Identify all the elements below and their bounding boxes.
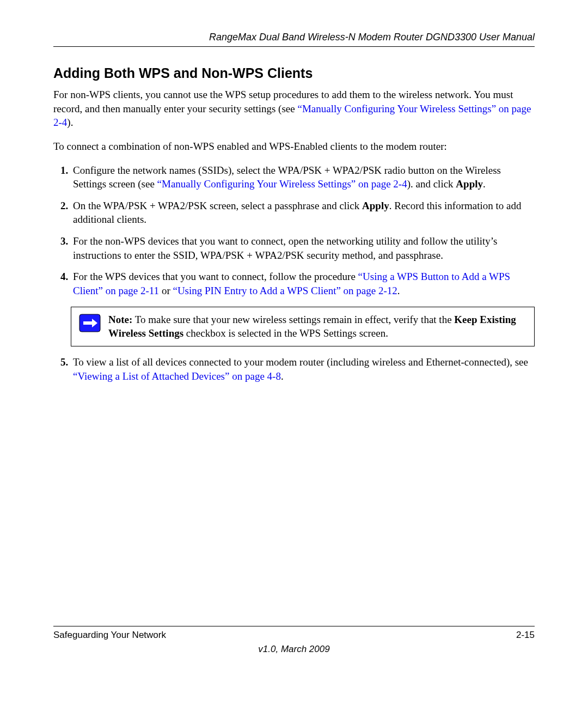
link-attached-devices[interactable]: “Viewing a List of Attached Devices” on … xyxy=(73,370,281,382)
note-text-b: checkbox is selected in the WPS Settings… xyxy=(183,327,388,339)
step-2: On the WPA/PSK + WPA2/PSK screen, select… xyxy=(71,199,535,227)
svg-rect-1 xyxy=(83,321,92,325)
footer-section-name: Safeguarding Your Network xyxy=(53,630,166,641)
step-5: To view a list of all devices connected … xyxy=(71,355,535,383)
link-wps-pin[interactable]: “Using PIN Entry to Add a WPS Client” on… xyxy=(173,285,397,296)
step1-text-b: ). and click xyxy=(407,178,456,190)
step4-text-c: . xyxy=(397,285,400,296)
step4-text-b: or xyxy=(159,285,173,296)
step2-text-a: On the WPA/PSK + WPA2/PSK screen, select… xyxy=(73,200,362,211)
page-container: RangeMax Dual Band Wireless-N Modem Rout… xyxy=(0,0,588,706)
step2-apply: Apply xyxy=(362,200,389,211)
intro1-text-b: ). xyxy=(67,117,73,128)
step5-text-a: To view a list of all devices connected … xyxy=(73,356,528,368)
note-text: Note: To make sure that your new wireles… xyxy=(108,313,526,340)
step5-text-b: . xyxy=(281,370,284,382)
link-manual-config-2[interactable]: “Manually Configuring Your Wireless Sett… xyxy=(157,178,407,190)
note-text-a: To make sure that your new wireless sett… xyxy=(132,314,454,325)
step1-apply: Apply xyxy=(456,178,483,190)
note-box: Note: To make sure that your new wireles… xyxy=(71,307,535,346)
step1-text-c: . xyxy=(483,178,486,190)
step-3: For the non-WPS devices that you want to… xyxy=(71,234,535,262)
arrow-right-icon xyxy=(79,314,101,332)
steps-list-continued: To view a list of all devices connected … xyxy=(53,355,535,383)
step-4: For the WPS devices that you want to con… xyxy=(71,270,535,297)
page-header-title: RangeMax Dual Band Wireless-N Modem Rout… xyxy=(53,32,535,47)
steps-list: Configure the network names (SSIDs), sel… xyxy=(53,163,535,298)
intro-paragraph-1: For non-WPS clients, you cannot use the … xyxy=(53,88,535,130)
footer-page-number: 2-15 xyxy=(516,630,535,641)
step4-text-a: For the WPS devices that you want to con… xyxy=(73,271,358,282)
note-label: Note: xyxy=(108,314,132,325)
footer-version: v1.0, March 2009 xyxy=(0,644,588,655)
intro-paragraph-2: To connect a combination of non-WPS enab… xyxy=(53,139,535,154)
section-heading: Adding Both WPS and Non-WPS Clients xyxy=(53,65,535,81)
step-1: Configure the network names (SSIDs), sel… xyxy=(71,163,535,191)
page-footer: Safeguarding Your Network 2-15 xyxy=(53,626,535,641)
